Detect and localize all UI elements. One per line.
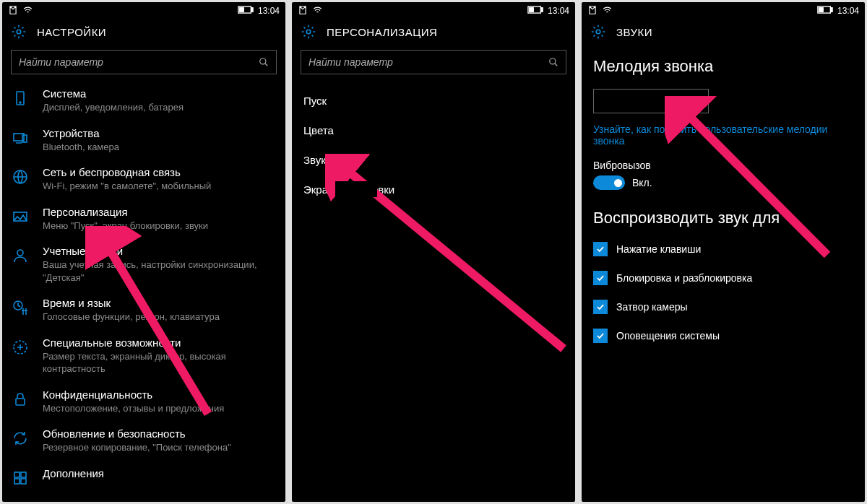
- svg-rect-28: [819, 8, 824, 12]
- checkbox-checked-icon: [593, 242, 608, 256]
- update-icon: [11, 429, 30, 448]
- svg-rect-21: [541, 8, 543, 12]
- ringtone-dropdown[interactable]: [593, 89, 709, 113]
- svg-rect-14: [16, 399, 25, 405]
- status-bar: 13:04: [2, 2, 285, 19]
- svg-rect-2: [240, 8, 244, 12]
- svg-rect-18: [21, 479, 26, 484]
- page-header: ПЕРСОНАЛИЗАЦИЯ: [292, 19, 575, 44]
- checkbox-label: Оповещения системы: [616, 330, 720, 342]
- back-icon: [8, 5, 18, 17]
- item-sub: Wi-Fi, режим "в самолете", мобильный: [43, 180, 277, 193]
- status-time: 13:04: [548, 6, 569, 16]
- check-lock-unlock[interactable]: Блокировка и разблокировка: [582, 264, 865, 292]
- wifi-icon: [312, 5, 323, 17]
- item-sounds[interactable]: Звуки: [292, 145, 575, 175]
- svg-point-11: [17, 250, 23, 256]
- svg-point-29: [596, 30, 600, 34]
- svg-rect-17: [14, 479, 20, 484]
- accessibility-icon: [11, 338, 30, 357]
- item-sub: Меню "Пуск", экран блокировки, звуки: [43, 220, 277, 233]
- item-lockscreen[interactable]: Экран блокировки: [292, 175, 575, 204]
- item-sub: Ваша учетная запись, настройки синхрониз…: [43, 258, 277, 284]
- toggle-knob: [614, 179, 622, 187]
- checkbox-checked-icon: [593, 271, 608, 285]
- check-keypress[interactable]: Нажатие клавиши: [582, 235, 865, 264]
- check-system-alerts[interactable]: Оповещения системы: [582, 321, 865, 350]
- gear-icon: [301, 24, 316, 40]
- list-item-personalization[interactable]: ПерсонализацияМеню "Пуск", экран блокиро…: [2, 200, 285, 240]
- search-input[interactable]: Найти параметр: [11, 50, 277, 74]
- lock-icon: [11, 390, 30, 409]
- status-time: 13:04: [837, 6, 859, 16]
- time-language-icon: [11, 298, 30, 317]
- wifi-icon: [22, 5, 33, 17]
- list-item-devices[interactable]: УстройстваBluetooth, камера: [2, 121, 285, 161]
- item-label: Устройства: [43, 127, 277, 139]
- screen-personalization: 13:04 ПЕРСОНАЛИЗАЦИЯ Найти параметр Пуск…: [292, 2, 575, 502]
- vibrate-toggle[interactable]: Вкл.: [582, 175, 865, 200]
- toggle-state: Вкл.: [632, 177, 652, 188]
- item-label: Учетные записи: [43, 245, 277, 257]
- item-sub: Местоположение, отзывы и предложения: [43, 402, 277, 415]
- svg-point-23: [306, 30, 311, 34]
- item-start[interactable]: Пуск: [292, 86, 575, 116]
- list-item-accounts[interactable]: Учетные записиВаша учетная запись, настр…: [2, 239, 285, 291]
- list-item-network[interactable]: Сеть и беспроводная связьWi-Fi, режим "в…: [2, 160, 285, 200]
- page-title: ПЕРСОНАЛИЗАЦИЯ: [327, 26, 437, 38]
- item-label: Специальные возможности: [43, 336, 277, 349]
- item-label: Сеть и беспроводная связь: [43, 166, 277, 178]
- list-item-extras[interactable]: Дополнения: [2, 461, 285, 495]
- search-input[interactable]: Найти параметр: [301, 50, 566, 74]
- item-sub: Голосовые функции, регион, клавиатура: [43, 310, 277, 323]
- overlay-patch: [335, 181, 377, 197]
- svg-point-6: [20, 102, 21, 103]
- page-title: НАСТРОЙКИ: [37, 26, 106, 38]
- checkbox-label: Блокировка и разблокировка: [616, 272, 752, 284]
- battery-icon: [817, 6, 833, 16]
- item-label: Дополнения: [43, 467, 277, 479]
- search-icon: [548, 57, 558, 67]
- checkbox-label: Затвор камеры: [616, 301, 688, 313]
- ringtone-help-link[interactable]: Узнайте, как получить пользовательские м…: [582, 123, 865, 160]
- globe-icon: [11, 168, 30, 186]
- status-bar: 13:04: [582, 2, 865, 19]
- checkbox-checked-icon: [593, 329, 608, 343]
- svg-point-3: [17, 30, 21, 34]
- system-icon: [11, 89, 30, 108]
- personalization-list: Пуск Цвета Звуки Экран блокировки: [292, 82, 575, 204]
- list-item-privacy[interactable]: КонфиденциальностьМестоположение, отзывы…: [2, 383, 285, 422]
- screen-settings: 13:04 НАСТРОЙКИ Найти параметр СистемаДи…: [2, 2, 285, 502]
- extras-icon: [11, 469, 30, 487]
- list-item-update[interactable]: Обновление и безопасностьРезервное копир…: [2, 422, 285, 461]
- page-header: ЗВУКИ: [582, 19, 865, 44]
- checkbox-checked-icon: [593, 300, 608, 314]
- battery-icon: [527, 6, 543, 16]
- chevron-down-icon: [691, 96, 701, 106]
- svg-rect-22: [530, 8, 534, 12]
- list-item-system[interactable]: СистемаДисплей, уведомления, батарея: [2, 82, 285, 121]
- item-colors[interactable]: Цвета: [292, 116, 575, 145]
- item-sub: Дисплей, уведомления, батарея: [43, 101, 277, 114]
- svg-rect-1: [251, 8, 253, 12]
- battery-icon: [238, 6, 254, 16]
- gear-icon: [590, 24, 606, 40]
- search-icon: [259, 57, 269, 67]
- list-item-accessibility[interactable]: Специальные возможностиРазмер текста, эк…: [2, 331, 285, 383]
- search-placeholder: Найти параметр: [309, 56, 548, 68]
- item-label: Время и язык: [43, 297, 277, 309]
- item-sub: Размер текста, экранный диктор, высокая …: [43, 350, 277, 375]
- item-sub: Bluetooth, камера: [43, 141, 277, 154]
- gear-icon: [11, 24, 27, 40]
- item-sub: Резервное копирование, "Поиск телефона": [43, 441, 277, 454]
- svg-point-24: [550, 58, 556, 64]
- wifi-icon: [602, 5, 613, 17]
- page-title: ЗВУКИ: [616, 26, 652, 38]
- item-label: Обновление и безопасность: [43, 427, 277, 440]
- list-item-time-language[interactable]: Время и языкГолосовые функции, регион, к…: [2, 291, 285, 331]
- ringtone-heading: Мелодия звонка: [582, 44, 865, 83]
- devices-icon: [11, 129, 30, 147]
- check-camera-shutter[interactable]: Затвор камеры: [582, 292, 865, 321]
- status-bar: 13:04: [292, 2, 575, 19]
- item-label: Конфиденциальность: [43, 388, 277, 401]
